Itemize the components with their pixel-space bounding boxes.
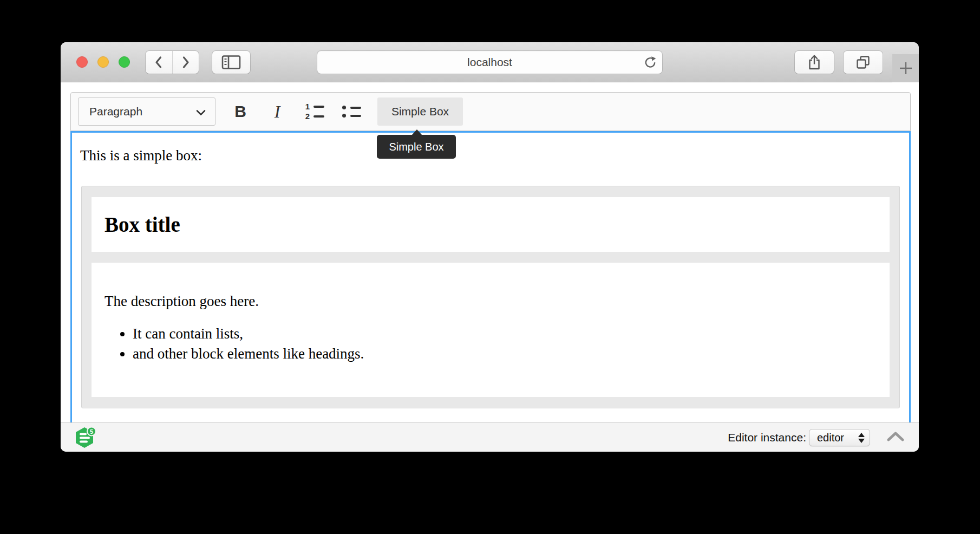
simple-box-button[interactable]: Simple Box	[377, 97, 463, 126]
italic-icon: I	[275, 102, 280, 122]
chevron-down-icon	[195, 109, 206, 116]
bulleted-list-button[interactable]	[337, 97, 365, 126]
back-button[interactable]	[146, 51, 172, 74]
tabs-overview-button[interactable]	[844, 51, 883, 74]
paragraph-dropdown-label: Paragraph	[79, 105, 142, 118]
editor-content[interactable]: This is a simple box: Box title The desc…	[70, 131, 911, 422]
sidebar-icon	[221, 55, 241, 70]
tooltip-text: Simple Box	[389, 141, 443, 153]
editor-instance-value: editor	[809, 432, 844, 444]
editor-paragraph[interactable]: This is a simple box:	[80, 147, 901, 164]
tooltip: Simple Box	[377, 135, 456, 159]
new-tab-button[interactable]	[892, 54, 919, 82]
inspector-expand-button[interactable]	[886, 431, 905, 445]
editor-instance-select[interactable]: editor	[809, 429, 870, 446]
browser-window: localhost	[61, 42, 919, 452]
bold-icon: B	[234, 102, 246, 121]
simple-box-description-field[interactable]: The description goes here. It can contai…	[92, 263, 890, 397]
paragraph-dropdown[interactable]: Paragraph	[78, 97, 215, 126]
sidebar-toggle-button[interactable]	[212, 51, 250, 74]
description-paragraph[interactable]: The description goes here.	[104, 293, 877, 310]
chevron-right-icon	[181, 55, 191, 69]
list-item[interactable]: and other block elements like headings.	[133, 344, 877, 364]
numbered-list-icon: 1 2	[305, 104, 324, 119]
editor-instance-label: Editor instance:	[728, 423, 806, 452]
web-page: Paragraph B I 1 2	[61, 82, 919, 422]
editor-toolbar: Paragraph B I 1 2	[70, 92, 911, 131]
tabs-icon	[855, 55, 871, 70]
address-bar[interactable]: localhost	[317, 51, 662, 74]
forward-button[interactable]	[172, 51, 199, 74]
tooltip-arrow	[411, 129, 422, 135]
chevron-left-icon	[154, 55, 164, 69]
reload-button[interactable]	[644, 56, 657, 69]
reload-icon	[644, 56, 657, 69]
simple-box-title-field[interactable]: Box title	[92, 197, 890, 252]
simple-box-widget[interactable]: Box title The description goes here. It …	[81, 186, 900, 408]
plus-icon	[898, 61, 913, 76]
simple-box-title-text: Box title	[104, 212, 180, 237]
address-bar-url[interactable]: localhost	[317, 51, 662, 74]
bulleted-list-icon	[342, 106, 361, 118]
inspector-bar: 5 Editor instance: editor	[61, 422, 919, 452]
italic-button[interactable]: I	[264, 97, 291, 126]
bold-button[interactable]: B	[227, 97, 254, 126]
ckeditor-logo-icon: 5	[74, 426, 97, 450]
share-button[interactable]	[795, 51, 834, 74]
minimize-button[interactable]	[97, 56, 109, 68]
simple-box-button-label: Simple Box	[391, 105, 449, 118]
nav-button-group	[146, 51, 199, 74]
chevron-up-icon	[886, 431, 905, 444]
share-icon	[807, 54, 821, 70]
select-arrows-icon	[858, 433, 865, 443]
zoom-button[interactable]	[119, 56, 130, 68]
description-list: It can contain lists, and other block el…	[104, 324, 877, 364]
logo-badge: 5	[90, 428, 93, 435]
list-item[interactable]: It can contain lists,	[133, 324, 877, 344]
close-button[interactable]	[76, 56, 88, 68]
numbered-list-button[interactable]: 1 2	[300, 97, 329, 126]
title-bar: localhost	[61, 42, 919, 82]
